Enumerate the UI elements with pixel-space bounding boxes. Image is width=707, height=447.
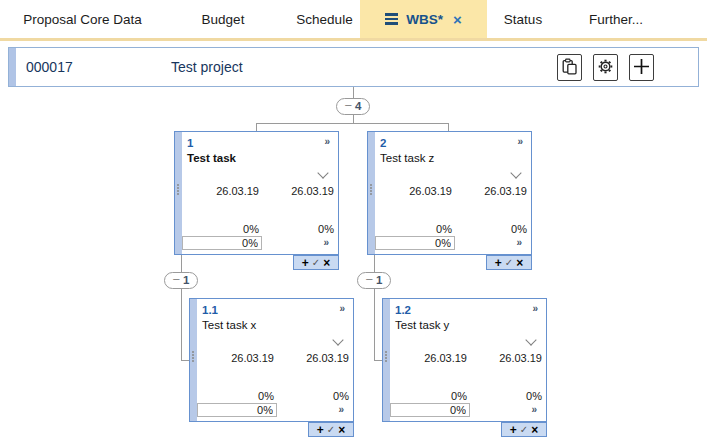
card-drag-strip[interactable] xyxy=(383,299,390,421)
add-element-button[interactable] xyxy=(629,54,654,81)
percent-left: 0% xyxy=(390,223,452,235)
tab-bar-accent-line xyxy=(0,38,707,41)
percent-left: 0% xyxy=(212,390,274,402)
card-action-bar: + ✓ × xyxy=(486,255,532,270)
percent-right: 0% xyxy=(272,223,334,235)
percent-left: 0% xyxy=(405,390,467,402)
connector-line xyxy=(256,123,257,131)
start-date[interactable]: 26.03.19 xyxy=(390,185,452,197)
project-header: 000017 Test project xyxy=(8,47,699,87)
connector-line xyxy=(353,115,354,123)
header-toolbar xyxy=(557,54,654,81)
tab-proposal-core-data[interactable]: Proposal Core Data xyxy=(5,0,160,38)
start-date[interactable]: 26.03.19 xyxy=(405,352,467,364)
connector-line xyxy=(181,289,182,361)
tab-bar: Proposal Core Data Budget Schedule WBS* … xyxy=(0,0,707,38)
connector-line xyxy=(374,255,375,273)
project-title: Test project xyxy=(171,59,243,75)
child-count: 1 xyxy=(183,275,189,287)
card-number[interactable]: 1.1 xyxy=(202,304,218,316)
finish-date[interactable]: 26.03.19 xyxy=(272,185,334,197)
expand-details-icon[interactable]: » xyxy=(532,303,538,314)
collapse-node-task2[interactable]: − 1 xyxy=(357,272,391,289)
percent-input[interactable] xyxy=(197,403,277,417)
card-drag-strip[interactable] xyxy=(368,132,375,254)
chevron-down-icon[interactable] xyxy=(317,167,328,178)
hamburger-menu-icon[interactable] xyxy=(385,13,398,25)
more-icon[interactable]: » xyxy=(531,404,537,415)
card-title[interactable]: Test task xyxy=(187,152,236,164)
add-child-icon[interactable]: + xyxy=(302,257,309,269)
expand-details-icon[interactable]: » xyxy=(324,136,330,147)
card-drag-strip[interactable] xyxy=(190,299,197,421)
wbs-card-2[interactable]: 2 » Test task z 26.03.19 26.03.19 0% 0% … xyxy=(367,131,532,255)
wbs-card-1-2[interactable]: 1.2 » Test task y 26.03.19 26.03.19 0% 0… xyxy=(382,298,547,422)
confirm-icon[interactable]: ✓ xyxy=(327,425,335,435)
tab-label: Budget xyxy=(202,12,245,27)
tab-schedule[interactable]: Schedule xyxy=(282,0,367,38)
card-number[interactable]: 1.2 xyxy=(395,304,411,316)
settings-button[interactable] xyxy=(593,54,618,81)
paste-button[interactable] xyxy=(557,54,582,81)
percent-input[interactable] xyxy=(182,236,262,250)
tab-status[interactable]: Status xyxy=(492,0,554,38)
collapse-node-task1[interactable]: − 1 xyxy=(164,272,198,289)
more-icon[interactable]: » xyxy=(338,404,344,415)
tab-label: Further... xyxy=(589,12,643,27)
expand-details-icon[interactable]: » xyxy=(517,136,523,147)
confirm-icon[interactable]: ✓ xyxy=(520,425,528,435)
add-child-icon[interactable]: + xyxy=(495,257,502,269)
more-icon[interactable]: » xyxy=(323,237,329,248)
connector-line xyxy=(181,255,182,273)
wbs-card-1-1[interactable]: 1.1 » Test task x 26.03.19 26.03.19 0% 0… xyxy=(189,298,354,422)
card-action-bar: + ✓ × xyxy=(501,422,547,437)
tab-wbs[interactable]: WBS* × xyxy=(360,0,487,38)
card-drag-strip[interactable] xyxy=(175,132,182,254)
confirm-icon[interactable]: ✓ xyxy=(312,258,320,268)
connector-line xyxy=(374,289,375,361)
card-title[interactable]: Test task y xyxy=(395,319,449,331)
card-title[interactable]: Test task x xyxy=(202,319,256,331)
chevron-down-icon[interactable] xyxy=(510,167,521,178)
project-number: 000017 xyxy=(26,59,73,75)
chevron-down-icon[interactable] xyxy=(332,334,343,345)
finish-date[interactable]: 26.03.19 xyxy=(287,352,349,364)
chevron-down-icon[interactable] xyxy=(525,334,536,345)
add-child-icon[interactable]: + xyxy=(317,424,324,436)
finish-date[interactable]: 26.03.19 xyxy=(480,352,542,364)
add-child-icon[interactable]: + xyxy=(510,424,517,436)
tab-label: Proposal Core Data xyxy=(23,12,142,27)
delete-icon[interactable]: × xyxy=(323,257,330,269)
tab-label: WBS* xyxy=(406,12,443,27)
connector-line xyxy=(448,123,449,131)
paste-icon xyxy=(561,58,578,78)
wbs-card-1[interactable]: 1 » Test task 26.03.19 26.03.19 0% 0% » … xyxy=(174,131,339,255)
percent-input[interactable] xyxy=(390,403,470,417)
card-number[interactable]: 1 xyxy=(187,137,193,149)
finish-date[interactable]: 26.03.19 xyxy=(465,185,527,197)
delete-icon[interactable]: × xyxy=(516,257,523,269)
percent-right: 0% xyxy=(480,390,542,402)
delete-icon[interactable]: × xyxy=(531,424,538,436)
tab-further[interactable]: Further... xyxy=(568,0,664,38)
grip-dots-icon xyxy=(192,351,194,362)
card-title[interactable]: Test task z xyxy=(380,152,434,164)
start-date[interactable]: 26.03.19 xyxy=(197,185,259,197)
percent-right: 0% xyxy=(465,223,527,235)
collapse-node-root[interactable]: − 4 xyxy=(336,98,370,115)
header-left-strip xyxy=(9,48,16,86)
expand-details-icon[interactable]: » xyxy=(339,303,345,314)
connector-line xyxy=(256,123,449,124)
tab-budget[interactable]: Budget xyxy=(168,0,278,38)
confirm-icon[interactable]: ✓ xyxy=(505,258,513,268)
connector-line xyxy=(353,87,354,98)
card-action-bar: + ✓ × xyxy=(308,422,354,437)
start-date[interactable]: 26.03.19 xyxy=(212,352,274,364)
gear-icon xyxy=(597,58,614,78)
card-action-bar: + ✓ × xyxy=(293,255,339,270)
close-tab-icon[interactable]: × xyxy=(453,12,462,27)
more-icon[interactable]: » xyxy=(516,237,522,248)
percent-input[interactable] xyxy=(375,236,455,250)
card-number[interactable]: 2 xyxy=(380,137,386,149)
delete-icon[interactable]: × xyxy=(338,424,345,436)
